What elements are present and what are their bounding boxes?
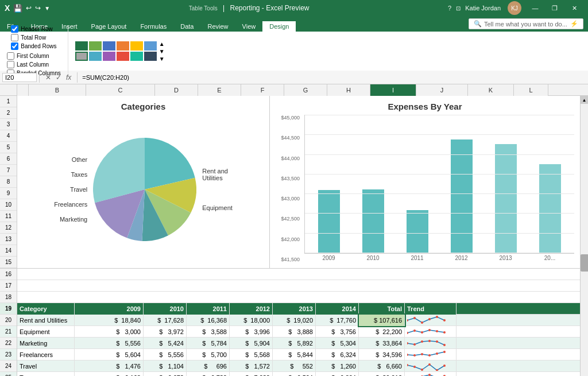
col-header-I[interactable]: I <box>370 84 416 96</box>
cell-mkt-total: $ 33,864 <box>359 338 405 349</box>
cell-rent-trend <box>405 315 457 326</box>
cell-reference-box[interactable] <box>2 73 37 82</box>
minimize-button[interactable]: — <box>526 2 544 14</box>
vertical-scrollbar[interactable]: ▲ ▼ <box>580 96 588 376</box>
header-cell-2011: 2011 <box>187 303 230 315</box>
style-swatch[interactable] <box>103 41 115 51</box>
svg-point-16 <box>436 340 438 343</box>
confirm-formula-icon[interactable]: ✓ <box>56 73 61 82</box>
svg-point-26 <box>421 369 423 371</box>
col-header-L[interactable]: L <box>514 84 548 96</box>
cell-cat-freelancers: Freelancers <box>17 349 75 361</box>
col-header-E[interactable]: E <box>198 84 241 96</box>
col-header-C[interactable]: C <box>86 84 155 96</box>
style-swatch[interactable] <box>130 41 143 51</box>
pie-label-marketing: Marketing <box>54 216 87 223</box>
style-swatch[interactable] <box>75 41 88 51</box>
quick-access-undo[interactable]: ↩ <box>26 4 32 12</box>
total-row-check[interactable]: Total Row <box>11 34 56 41</box>
cell-equip-2009: $ 3,000 <box>75 326 144 338</box>
table-row-equipment[interactable]: Equipment $ 3,000 $ 3,972 $ 3,588 $ 3,99… <box>17 326 580 338</box>
bar-chart-title: Expenses By Year <box>276 102 574 111</box>
scroll-thumb[interactable] <box>581 254 589 272</box>
col-header-F[interactable]: F <box>241 84 284 96</box>
svg-point-11 <box>443 331 446 334</box>
empty-row-17 <box>17 280 580 292</box>
sparkline-marketing <box>407 339 453 348</box>
col-header-B[interactable]: B <box>29 84 86 96</box>
col-header-G[interactable]: G <box>284 84 327 96</box>
cell-rent-2014: $ 17,760 <box>316 315 359 326</box>
table-row-marketing[interactable]: Marketing $ 5,556 $ 5,424 $ 5,784 $ 5,90… <box>17 338 580 349</box>
search-bar[interactable]: 🔍 Tell me what you want to do... ⚡ <box>469 18 583 29</box>
formula-bar: ✕ ✓ fx =SUM(C20:H20) <box>0 71 588 84</box>
bar-2012 <box>451 139 473 253</box>
style-swatch[interactable] <box>130 52 143 61</box>
table-row-freelancers[interactable]: Freelancers $ 5,604 $ 5,556 $ 5,700 $ 5,… <box>17 349 580 361</box>
tab-view[interactable]: View <box>235 21 263 32</box>
col-header-D[interactable]: D <box>155 84 198 96</box>
row-num-17: 17 <box>0 280 17 292</box>
gallery-more[interactable]: ▼ <box>159 56 165 62</box>
header-row-check[interactable]: Header Row <box>11 25 56 33</box>
col-header-H[interactable]: H <box>327 84 370 96</box>
ribbon-body: Header Row Total Row Banded Rows First C… <box>0 32 588 71</box>
style-swatch[interactable] <box>144 41 157 51</box>
style-swatch[interactable] <box>117 41 129 51</box>
row-num-5: 5 <box>0 142 17 153</box>
y-label-5: $43,000 <box>276 196 300 201</box>
cell-trav-2014: $ 1,260 <box>316 361 359 372</box>
quick-access-customize[interactable]: ▼ <box>44 5 50 11</box>
style-swatch[interactable] <box>103 52 115 61</box>
restore-button[interactable]: ❐ <box>546 2 564 14</box>
col-header-A[interactable] <box>17 84 29 96</box>
tab-data[interactable]: Data <box>173 21 200 32</box>
row-num-16: 16 <box>0 269 17 280</box>
banded-rows-check[interactable]: Banded Rows <box>11 42 56 50</box>
first-col-check[interactable]: First Column <box>7 52 61 60</box>
sparkline-rent <box>407 316 453 325</box>
col-header-J[interactable]: J <box>416 84 468 96</box>
help-button[interactable]: ? <box>448 5 451 11</box>
style-swatch[interactable] <box>117 52 129 61</box>
cancel-formula-icon[interactable]: ✕ <box>45 73 51 82</box>
gallery-up[interactable]: ▲ <box>159 41 165 47</box>
ribbon-collapse-icon[interactable]: ⊡ <box>456 5 461 11</box>
svg-point-17 <box>443 344 446 346</box>
row-num-6: 6 <box>0 153 17 165</box>
bar-group-2012 <box>442 115 481 253</box>
table-row-travel[interactable]: Travel $ 1,476 $ 1,104 $ 696 $ 1,572 $ 5… <box>17 361 580 372</box>
quick-access-redo[interactable]: ↪ <box>35 4 41 12</box>
tab-design[interactable]: Design <box>262 21 296 32</box>
scroll-up-btn[interactable]: ▲ <box>581 96 589 104</box>
header-cell-category: Category <box>17 303 75 315</box>
svg-point-15 <box>428 340 431 342</box>
last-col-check[interactable]: Last Column <box>7 61 61 68</box>
insert-function-icon[interactable]: fx <box>66 73 71 82</box>
tab-formulas[interactable]: Formulas <box>133 21 173 32</box>
table-tools-label: Table Tools <box>189 5 218 11</box>
row-num-25: 25 <box>0 372 17 376</box>
style-swatch[interactable] <box>89 41 102 51</box>
gallery-down[interactable]: ▼ <box>159 48 165 55</box>
table-row-taxes[interactable]: Taxes $ 6,168 $ 6,672 $ 6,732 $ 7,032 $ … <box>17 372 580 376</box>
tab-review[interactable]: Review <box>200 21 235 32</box>
row-num-4: 4 <box>0 130 17 142</box>
quick-access-save[interactable]: 💾 <box>13 4 22 13</box>
style-swatch[interactable] <box>144 52 157 61</box>
row-num-22: 22 <box>0 338 17 349</box>
cell-rent-2009: $ 18,840 <box>75 315 144 326</box>
charts-area: Categories Other Taxes Travel Freelancer… <box>17 96 580 269</box>
row-num-charts: 1 2 3 4 5 6 7 8 9 10 11 12 13 14 15 <box>0 96 17 269</box>
formula-divider2 <box>77 72 78 83</box>
tab-page-layout[interactable]: Page Layout <box>84 21 134 32</box>
cell-cat-rent: Rent and Utilities <box>17 315 75 326</box>
style-swatch[interactable] <box>89 52 102 61</box>
x-label-2011: 2011 <box>397 255 437 261</box>
col-header-K[interactable]: K <box>468 84 514 96</box>
table-row-rent[interactable]: Rent and Utilities $ 18,840 $ 17,628 $ 1… <box>17 315 580 326</box>
close-button[interactable]: ✕ <box>565 2 583 14</box>
style-swatch-selected[interactable] <box>75 52 88 61</box>
pie-label-freelancers: Freelancers <box>54 201 87 208</box>
grid-with-row-nums: 1 2 3 4 5 6 7 8 9 10 11 12 13 14 15 16 1… <box>0 96 588 376</box>
